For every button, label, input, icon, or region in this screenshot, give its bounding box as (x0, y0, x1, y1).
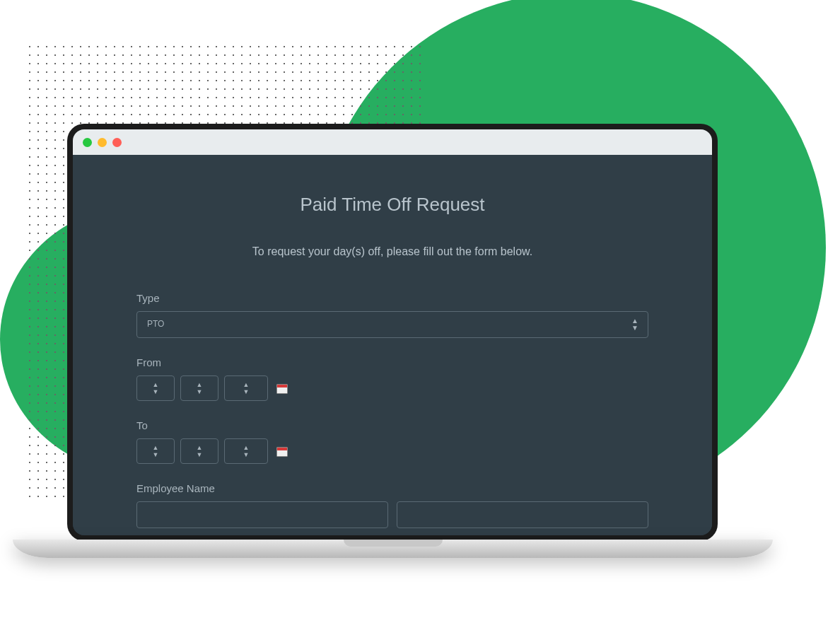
from-calendar-icon[interactable] (276, 383, 288, 394)
employee-name-label: Employee Name (136, 482, 648, 494)
to-year-select[interactable]: ▲▼ (224, 438, 268, 464)
employee-name-field-group: Employee Name (136, 482, 648, 528)
form-title: Paid Time Off Request (136, 194, 648, 216)
to-field-group: To ▲▼ ▲▼ ▲▼ (136, 419, 648, 464)
select-arrows-icon: ▲▼ (243, 445, 250, 458)
to-calendar-icon[interactable] (276, 445, 288, 457)
select-arrows-icon: ▲▼ (153, 382, 159, 395)
from-day-select[interactable]: ▲▼ (180, 375, 218, 401)
from-date-row: ▲▼ ▲▼ ▲▼ (136, 375, 648, 401)
type-label: Type (136, 292, 648, 304)
select-arrows-icon: ▲▼ (197, 382, 203, 395)
employee-name-row (136, 501, 648, 528)
laptop-screen: Paid Time Off Request To request your da… (67, 124, 718, 541)
from-field-group: From ▲▼ ▲▼ ▲▼ (136, 356, 648, 401)
last-name-input[interactable] (397, 501, 648, 528)
form-container: Paid Time Off Request To request your da… (73, 155, 712, 535)
from-month-select[interactable]: ▲▼ (136, 375, 175, 401)
select-arrows-icon: ▲▼ (197, 445, 203, 458)
laptop-mockup: Paid Time Off Request To request your da… (67, 124, 773, 558)
type-select[interactable]: PTO (136, 311, 648, 338)
to-label: To (136, 419, 648, 431)
select-arrows-icon: ▲▼ (243, 382, 250, 395)
window-control-close-icon[interactable] (83, 138, 92, 147)
from-label: From (136, 356, 648, 368)
select-arrows-icon: ▲▼ (153, 445, 159, 458)
to-date-row: ▲▼ ▲▼ ▲▼ (136, 438, 648, 464)
first-name-input[interactable] (136, 501, 388, 528)
laptop-base (13, 540, 773, 558)
to-month-select[interactable]: ▲▼ (136, 438, 175, 464)
browser-chrome (73, 129, 712, 155)
type-select-wrapper: PTO ▲▼ (136, 311, 648, 338)
from-year-select[interactable]: ▲▼ (224, 375, 268, 401)
form-subtitle: To request your day(s) off, please fill … (136, 245, 648, 258)
browser-window: Paid Time Off Request To request your da… (73, 129, 712, 535)
window-control-minimize-icon[interactable] (98, 138, 107, 147)
type-field-group: Type PTO ▲▼ (136, 292, 648, 338)
to-day-select[interactable]: ▲▼ (180, 438, 218, 464)
window-control-maximize-icon[interactable] (112, 138, 122, 147)
